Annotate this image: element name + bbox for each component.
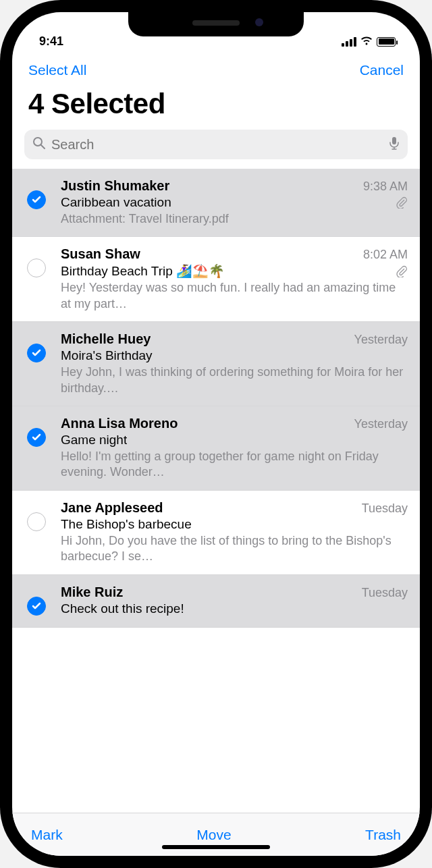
email-subject: The Bishop's barbecue — [61, 517, 192, 532]
mail-item[interactable]: Mike RuizTuesdayCheck out this recipe! — [12, 575, 420, 628]
email-preview: Hi John, Do you have the list of things … — [61, 533, 408, 565]
trash-button[interactable]: Trash — [365, 827, 401, 843]
sender-name: Mike Ruiz — [61, 585, 123, 600]
nav-bar: Select All Cancel — [12, 53, 420, 82]
wifi-icon — [360, 34, 373, 49]
email-subject: Check out this recipe! — [61, 601, 184, 616]
search-field[interactable] — [24, 130, 408, 159]
email-subject: Caribbean vacation — [61, 195, 171, 210]
mail-item[interactable]: Susan Shaw8:02 AMBirthday Beach Trip 🏄‍♀… — [12, 237, 420, 322]
status-time: 9:41 — [39, 34, 63, 49]
mail-item[interactable]: Justin Shumaker9:38 AMCaribbean vacation… — [12, 169, 420, 237]
email-time: Tuesday — [362, 501, 408, 516]
cellular-signal-icon — [342, 37, 356, 47]
email-subject: Birthday Beach Trip 🏄‍♀️⛱️🌴 — [61, 263, 225, 279]
email-time: 9:38 AM — [363, 180, 408, 194]
email-time: Tuesday — [362, 586, 408, 600]
svg-point-0 — [34, 138, 42, 146]
mail-list[interactable]: Justin Shumaker9:38 AMCaribbean vacation… — [12, 169, 420, 813]
search-input[interactable] — [51, 137, 383, 153]
sender-name: Michelle Huey — [61, 331, 151, 347]
page-title: 4 Selected — [28, 88, 404, 120]
email-time: Yesterday — [354, 417, 408, 431]
dictation-icon[interactable] — [389, 136, 400, 153]
attachment-icon — [396, 265, 408, 277]
svg-rect-2 — [392, 137, 396, 144]
battery-icon — [377, 37, 396, 47]
email-preview: Hello! I'm getting a group together for … — [61, 449, 408, 481]
selection-checkbox[interactable] — [27, 190, 46, 209]
phone-frame: 9:41 Select All Cancel 4 Selected — [0, 0, 432, 868]
selection-checkbox[interactable] — [27, 597, 46, 616]
attachment-icon — [396, 196, 408, 209]
email-preview: Hey John, I was thinking of ordering som… — [61, 364, 408, 396]
mail-item[interactable]: Anna Lisa MorenoYesterdayGame nightHello… — [12, 406, 420, 491]
home-indicator[interactable] — [162, 845, 270, 849]
move-button[interactable]: Move — [196, 827, 231, 843]
sender-name: Jane Appleseed — [61, 500, 163, 516]
selection-checkbox[interactable] — [27, 512, 46, 531]
bottom-toolbar: Mark Move Trash — [12, 813, 420, 856]
selection-checkbox[interactable] — [27, 428, 46, 447]
selection-checkbox[interactable] — [27, 259, 46, 277]
svg-line-1 — [41, 145, 45, 148]
select-all-button[interactable]: Select All — [28, 62, 86, 78]
notch — [128, 12, 304, 36]
email-subject: Moira's Birthday — [61, 348, 153, 363]
email-time: Yesterday — [354, 333, 408, 347]
selection-checkbox[interactable] — [27, 344, 46, 362]
sender-name: Susan Shaw — [61, 246, 140, 262]
sender-name: Justin Shumaker — [61, 178, 169, 194]
mail-item[interactable]: Michelle HueyYesterdayMoira's BirthdayHe… — [12, 322, 420, 406]
email-preview: Hey! Yesterday was so much fun. I really… — [61, 280, 408, 312]
email-time: 8:02 AM — [363, 248, 408, 262]
mail-item[interactable]: Jane AppleseedTuesdayThe Bishop's barbec… — [12, 491, 420, 575]
mark-button[interactable]: Mark — [31, 827, 63, 843]
email-subject: Game night — [61, 433, 127, 447]
cancel-button[interactable]: Cancel — [360, 62, 404, 78]
search-icon — [32, 136, 46, 153]
email-preview: Attachment: Travel Itinerary.pdf — [61, 211, 408, 227]
screen: 9:41 Select All Cancel 4 Selected — [12, 12, 420, 856]
sender-name: Anna Lisa Moreno — [61, 416, 178, 431]
